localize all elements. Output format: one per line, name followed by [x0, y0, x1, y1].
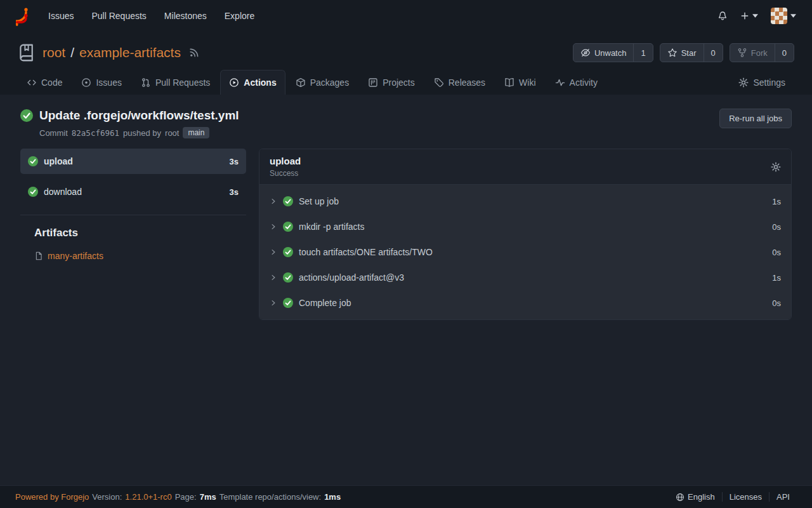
step-row[interactable]: touch artifacts/ONE artifacts/TWO 0s [259, 239, 791, 265]
success-check-icon [28, 187, 38, 197]
chevron-right-icon [270, 197, 277, 205]
powered-by-link[interactable]: Powered by Forgejo [15, 492, 89, 502]
api-link[interactable]: API [769, 492, 797, 502]
tab-issues[interactable]: Issues [72, 70, 130, 95]
forgejo-logo[interactable] [10, 6, 30, 26]
avatar [771, 8, 787, 24]
bell-icon [717, 11, 728, 21]
tab-label: Wiki [519, 77, 535, 88]
tab-projects[interactable]: Projects [359, 70, 424, 95]
step-duration: 1s [772, 197, 781, 206]
notifications-button[interactable] [712, 7, 733, 25]
footer: Powered by Forgejo Version: 1.21.0+1-rc0… [0, 485, 812, 508]
unwatch-button[interactable]: Unwatch 1 [573, 43, 653, 62]
job-detail-panel: upload Success Set up job 1s mkdir -p [259, 149, 792, 320]
tab-activity[interactable]: Activity [546, 70, 606, 95]
rerun-all-jobs-button[interactable]: Re-run all jobs [719, 109, 792, 128]
tab-releases[interactable]: Releases [425, 70, 494, 95]
job-name: download [44, 187, 82, 197]
run-body: upload 3s download 3s Artifacts many-art… [20, 149, 792, 320]
gear-icon [738, 77, 749, 88]
tab-wiki[interactable]: Wiki [495, 70, 544, 95]
template-time-value: 1ms [324, 492, 341, 502]
tab-actions[interactable]: Actions [220, 70, 285, 95]
template-time-label: Template repo/actions/view: [219, 492, 321, 502]
commit-label: Commit [39, 128, 68, 138]
repo-name-link[interactable]: example-artifacts [79, 45, 181, 60]
step-row[interactable]: actions/upload-artifact@v3 1s [259, 265, 791, 290]
tag-icon [434, 77, 444, 88]
tab-settings[interactable]: Settings [730, 70, 794, 95]
star-button-main: Star [660, 44, 704, 62]
artifact-link[interactable]: many-artifacts [48, 251, 103, 261]
divider [20, 215, 246, 215]
nav-item-milestones[interactable]: Milestones [156, 6, 215, 26]
licenses-link[interactable]: Licenses [722, 492, 769, 502]
step-name: Set up job [299, 196, 339, 206]
play-circle-icon [229, 77, 239, 88]
star-button[interactable]: Star 0 [660, 43, 723, 62]
nav-item-explore[interactable]: Explore [216, 6, 263, 26]
success-check-icon [283, 222, 293, 232]
run-header: Update .forgejo/workflows/test.yml Commi… [20, 109, 792, 138]
job-detail-title: upload [270, 156, 301, 166]
nav-item-issues[interactable]: Issues [40, 6, 82, 26]
rss-icon [189, 48, 199, 58]
repo-title: root / example-artifacts [43, 45, 181, 60]
issue-icon [81, 77, 91, 88]
pusher-link[interactable]: root [165, 128, 179, 138]
page-time-value: 7ms [200, 492, 216, 502]
job-detail-header: upload Success [259, 149, 791, 185]
file-icon [34, 251, 43, 260]
tab-code[interactable]: Code [18, 70, 71, 95]
success-check-icon [283, 247, 293, 257]
job-name: upload [44, 156, 73, 166]
repo-tabs: Code Issues Pull Requests Actions Packag… [18, 70, 794, 95]
pulse-icon [555, 77, 565, 88]
repo-icon [18, 44, 36, 62]
version-link[interactable]: 1.21.0+1-rc0 [125, 492, 171, 502]
rss-button[interactable] [189, 48, 199, 58]
job-detail-titles: upload Success [270, 156, 301, 178]
star-count[interactable]: 0 [704, 44, 723, 62]
artifacts-heading: Artifacts [34, 227, 246, 239]
chevron-down-icon [790, 14, 796, 18]
success-check-icon [283, 298, 293, 308]
job-duration: 3s [230, 157, 239, 166]
code-icon [27, 77, 37, 88]
chevron-right-icon [270, 223, 277, 231]
step-duration: 0s [772, 298, 781, 308]
step-duration: 0s [772, 222, 781, 232]
commit-sha-link[interactable]: 82a5cf6961 [72, 128, 119, 138]
unwatch-label: Unwatch [594, 48, 627, 58]
fork-count[interactable]: 0 [775, 44, 794, 62]
nav-item-pull-requests[interactable]: Pull Requests [83, 6, 154, 26]
fork-button[interactable]: Fork 0 [730, 43, 794, 62]
tab-packages[interactable]: Packages [287, 70, 358, 95]
user-menu-button[interactable] [765, 4, 802, 28]
eye-slash-icon [580, 48, 591, 58]
job-row-upload[interactable]: upload 3s [20, 149, 246, 174]
tab-label: Packages [310, 77, 349, 88]
create-new-button[interactable] [735, 8, 764, 24]
run-title-line: Update .forgejo/workflows/test.yml [20, 109, 239, 123]
book-icon [504, 77, 514, 88]
repo-owner-link[interactable]: root [43, 45, 65, 60]
language-selector[interactable]: English [669, 492, 722, 502]
jobs-sidebar: upload 3s download 3s Artifacts many-art… [20, 149, 246, 261]
unwatch-button-main: Unwatch [573, 44, 634, 62]
step-row[interactable]: Set up job 1s [259, 189, 791, 214]
step-row[interactable]: Complete job 0s [259, 290, 791, 316]
watch-count[interactable]: 1 [633, 44, 652, 62]
chevron-right-icon [270, 248, 277, 256]
tab-pull-requests[interactable]: Pull Requests [132, 70, 219, 95]
branch-badge[interactable]: main [183, 127, 209, 138]
job-duration: 3s [230, 187, 239, 197]
run-title: Update .forgejo/workflows/test.yml [39, 109, 239, 123]
job-options-button[interactable] [771, 162, 781, 172]
step-row[interactable]: mkdir -p artifacts 0s [259, 214, 791, 239]
job-row-download[interactable]: download 3s [20, 179, 246, 204]
actions-run-page: Update .forgejo/workflows/test.yml Commi… [0, 95, 812, 485]
fork-label: Fork [751, 48, 768, 58]
tab-label: Code [41, 77, 62, 88]
